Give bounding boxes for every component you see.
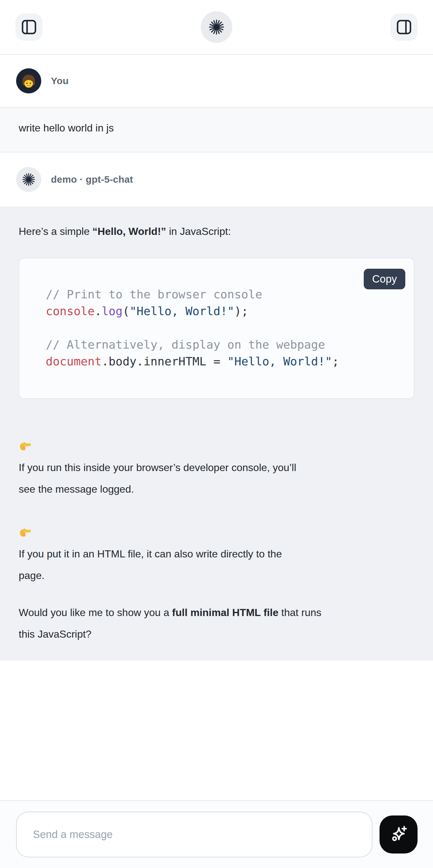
panel-right-icon bbox=[397, 20, 411, 34]
user-message-bubble: write hello world in js bbox=[0, 107, 433, 152]
send-button[interactable] bbox=[379, 815, 417, 854]
assistant-message-header: demo · gpt-5-chat bbox=[0, 152, 433, 207]
panel-left-icon bbox=[22, 20, 36, 34]
user-avatar bbox=[16, 68, 41, 93]
starburst-icon bbox=[208, 19, 225, 35]
code-copy-button[interactable]: Copy bbox=[364, 269, 405, 289]
composer bbox=[0, 800, 433, 868]
sidebar-toggle-button[interactable] bbox=[16, 13, 42, 40]
point-right-emoji bbox=[19, 439, 32, 452]
user-message-header: You bbox=[0, 55, 433, 107]
user-message-text: write hello world in js bbox=[19, 121, 414, 135]
point-right-emoji bbox=[19, 525, 32, 538]
assistant-intro-text: Here’s a simple “Hello, World!” in JavaS… bbox=[19, 221, 414, 242]
person-emoji bbox=[20, 73, 38, 91]
app-logo-button[interactable] bbox=[201, 11, 232, 43]
message-list: You write hello world in js demo · gpt-5… bbox=[0, 55, 433, 800]
assistant-avatar bbox=[16, 167, 41, 192]
starburst-icon bbox=[22, 173, 36, 187]
top-bar bbox=[0, 0, 433, 55]
assistant-tips-text: If you run this inside your browser’s de… bbox=[19, 414, 414, 586]
assistant-followup-text: Would you like me to show you a full min… bbox=[19, 602, 414, 645]
sparkle-icon bbox=[388, 824, 409, 845]
user-name-label: You bbox=[51, 75, 69, 86]
code-block: Copy // Print to the browser console con… bbox=[19, 258, 414, 399]
assistant-message-bubble: Here’s a simple “Hello, World!” in JavaS… bbox=[0, 207, 433, 660]
model-label: demo · gpt-5-chat bbox=[51, 174, 133, 185]
right-panel-toggle-button[interactable] bbox=[391, 13, 417, 40]
message-input[interactable] bbox=[16, 812, 372, 857]
code-content: // Print to the browser console console.… bbox=[19, 258, 414, 398]
